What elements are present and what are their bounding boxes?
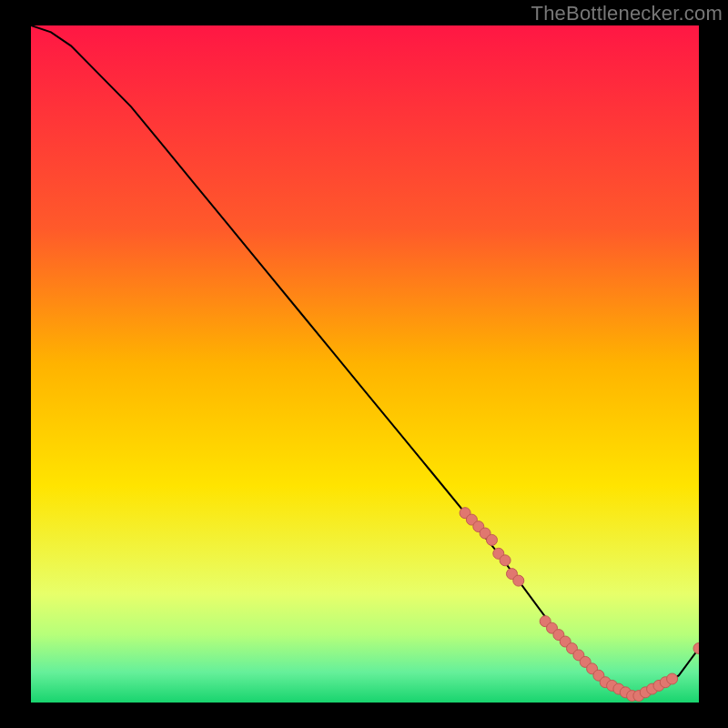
watermark-text: TheBottlenecker.com xyxy=(531,2,723,25)
data-point xyxy=(500,555,511,566)
data-point xyxy=(487,534,498,545)
chart-container: TheBottlenecker.com xyxy=(0,0,728,728)
data-point xyxy=(513,575,524,586)
bottleneck-chart xyxy=(31,25,699,703)
data-point xyxy=(667,673,678,684)
gradient-background xyxy=(31,25,699,703)
